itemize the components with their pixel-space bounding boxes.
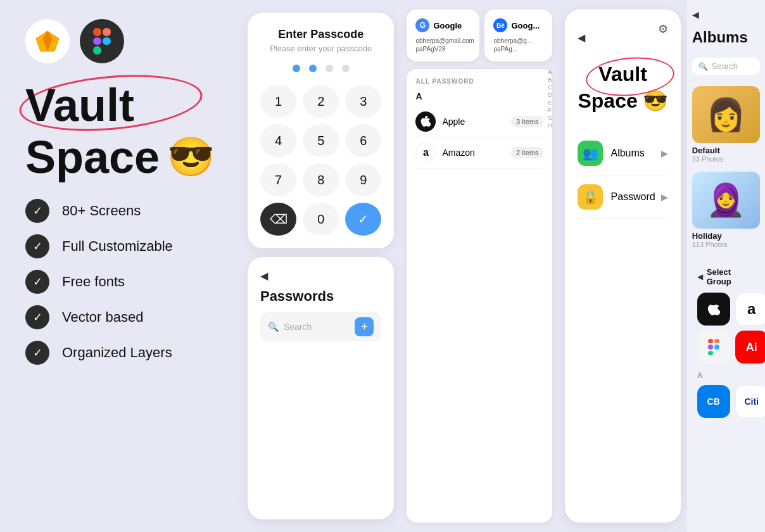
select-group-title: Select Group [707,267,755,286]
google-label-2: Goog... [511,21,540,30]
google-card-2[interactable]: Bē Goog... obherpa@g... paPAg... [484,10,552,61]
left-panel: Vault Space 😎 ✓ 80+ Screens ✓ Full Custo… [0,0,241,532]
password-row-apple[interactable]: Apple 3 items [415,106,543,137]
search-input[interactable]: Search [284,322,346,332]
google-pass-2: paPAg... [493,46,543,53]
google-cards-row: G Google obherpa@gmail.com paPAgV28 Bē G… [407,10,552,61]
vault-app-albums-menu[interactable]: 👥 Albums ▶ [578,132,667,175]
feature-label-3: Free fonts [62,274,125,290]
album-default[interactable]: 👩 Default 23 Photos [692,86,760,165]
select-group-figma[interactable] [697,331,730,364]
password-list-section: G Google obherpa@gmail.com paPAgV28 Bē G… [400,0,559,532]
albums-search-icon: 🔍 [699,62,708,71]
amazon-label: Amazon [442,148,474,158]
sketch-logo [25,19,70,63]
feature-label-1: 80+ Screens [62,203,141,219]
behance-icon: Bē [493,18,507,32]
vault-app-gear-btn[interactable]: ⚙ [658,22,668,36]
album-default-count: 23 Photos [692,155,760,163]
google-label-1: Google [433,21,462,30]
album-holiday[interactable]: 🧕 Holiday 113 Photos [692,172,760,251]
feature-item-1: ✓ 80+ Screens [25,199,216,223]
vault-app-password-menu[interactable]: 🔒 Password ▶ [578,175,667,219]
dot-4 [342,65,350,72]
num-7[interactable]: 7 [260,163,296,196]
select-group-citi[interactable]: Citi [735,385,765,418]
check-icon-4: ✓ [25,305,49,329]
space-label: Space [25,134,160,180]
album-holiday-count: 113 Photos [692,241,760,248]
middle-section: Enter Passcode Please enter your passcod… [241,0,401,532]
space-emoji: 😎 [167,138,215,176]
feature-item-3: ✓ Free fonts [25,270,216,294]
vault-app-back-btn[interactable]: ◀ [578,32,585,44]
logos-row [25,19,216,63]
feature-item-2: ✓ Full Customizable [25,234,216,258]
dot-1 [293,65,300,72]
album-holiday-photo: 🧕 [692,172,760,229]
passcode-card: Enter Passcode Please enter your passcod… [248,13,395,248]
album-holiday-name: Holiday [692,231,760,241]
feature-item-5: ✓ Organized Layers [25,341,216,365]
numpad: 1 2 3 4 5 6 7 8 9 ⌫ 0 ✓ [260,85,382,236]
space-text-row: Space 😎 [25,134,216,180]
passwords-search-bar: 🔍 Search + [260,312,382,341]
num-8[interactable]: 8 [303,163,339,196]
vault-app-vault-text: Vault [598,63,647,86]
figma-logo [80,19,124,63]
albums-search-input[interactable]: Search [712,61,738,71]
select-group-icons: a Ai A CB Citi [697,293,755,418]
add-password-button[interactable]: + [355,317,374,336]
dot-2 [309,65,317,72]
num-1[interactable]: 1 [260,85,296,118]
select-group-apple[interactable] [697,293,730,326]
select-group-coolblue[interactable]: CB [697,385,730,418]
vault-app-logo: Vault Space 😎 [578,63,667,113]
feature-item-4: ✓ Vector based [25,305,216,329]
features-list: ✓ 80+ Screens ✓ Full Customizable ✓ Free… [25,199,216,365]
google-card-1[interactable]: G Google obherpa@gmail.com paPAgV28 [407,10,479,61]
vault-app-section: ◀ ⚙ Vault Space 😎 👥 Albums ▶ [559,0,686,532]
feature-label-5: Organized Layers [62,345,172,361]
search-icon: 🔍 [268,322,279,332]
album-default-name: Default [692,146,760,155]
albums-search-bar[interactable]: 🔍 Search [692,58,760,75]
select-group-amazon[interactable]: a [735,293,765,326]
select-group-panel: ◀ Select Group a [692,260,760,426]
password-row-amazon[interactable]: a Amazon 2 items [415,137,543,168]
album-default-photo: 👩 [692,86,760,143]
passwords-mini-card: ◀ Passwords 🔍 Search + [248,257,395,519]
num-backspace[interactable]: ⌫ [260,203,296,236]
num-4[interactable]: 4 [260,124,296,157]
num-3[interactable]: 3 [345,85,381,118]
albums-chevron-icon: ▶ [661,148,668,158]
num-5[interactable]: 5 [303,124,339,157]
vault-app-menu: 👥 Albums ▶ 🔒 Password ▶ [578,132,667,219]
vault-title-wrapper: Vault [25,82,216,128]
google-pass-1: paPAgV28 [415,46,471,53]
passwords-title: Passwords [260,288,382,305]
google-email-1: obherpa@gmail.com [415,37,471,44]
google-email-2: obherpa@g... [493,37,543,44]
password-menu-label: Password [610,191,655,203]
passcode-title: Enter Passcode [260,28,382,41]
apple-badge: 3 items [511,116,543,127]
select-group-back-btn[interactable]: ◀ [697,272,703,281]
passwords-back-btn[interactable]: ◀ [260,270,382,282]
num-9[interactable]: 9 [345,163,381,196]
check-icon-1: ✓ [25,199,49,223]
albums-back-btn[interactable]: ◀ [692,10,760,20]
feature-label-2: Full Customizable [62,238,173,255]
albums-panel: ◀ Albums 🔍 Search 👩 Default 23 Photos 🧕 … [687,0,765,532]
passcode-dots [260,65,382,72]
section-letter-a: A [415,91,543,101]
num-2[interactable]: 2 [303,85,339,118]
all-passwords-card: ALL PASSWORD A Apple 3 items a Amazon 2 … [407,69,552,522]
num-0[interactable]: 0 [303,203,339,236]
password-chevron-icon: ▶ [661,192,668,202]
num-confirm[interactable]: ✓ [345,203,381,236]
select-group-adobe[interactable]: Ai [735,331,765,364]
vault-main-text: Vault [25,82,216,128]
dot-3 [326,65,333,72]
num-6[interactable]: 6 [345,124,381,157]
